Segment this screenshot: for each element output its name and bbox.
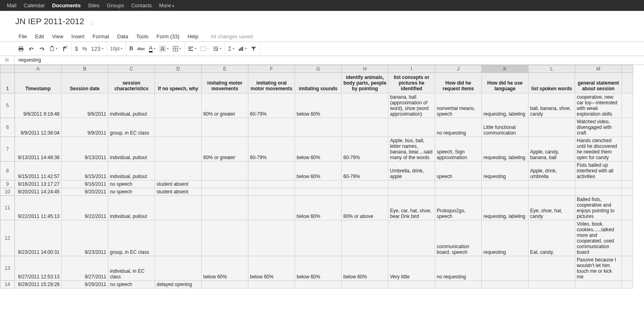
cell[interactable]: below 60% — [295, 137, 342, 161]
column-header[interactable]: K — [482, 65, 528, 73]
cell[interactable] — [388, 188, 435, 195]
cell[interactable] — [155, 93, 202, 118]
cell[interactable]: no speech — [108, 188, 155, 195]
cell[interactable] — [435, 180, 482, 188]
cell[interactable] — [528, 180, 575, 188]
cell[interactable]: individual, pullout — [108, 161, 155, 180]
cell[interactable] — [202, 195, 248, 220]
cell[interactable] — [295, 118, 342, 137]
cell[interactable]: 60-79% — [342, 161, 388, 180]
cell[interactable] — [342, 118, 388, 137]
column-header[interactable]: A — [15, 65, 62, 73]
cell[interactable] — [342, 93, 388, 118]
cell[interactable]: Umbrella, drink, apple — [388, 161, 435, 180]
column-header[interactable]: H — [342, 65, 388, 73]
topnav-calendar[interactable]: Calendar — [20, 2, 49, 8]
row-header[interactable]: 5 — [0, 93, 15, 118]
cell[interactable]: 9/27/2011 — [62, 256, 108, 280]
column-header[interactable]: G — [295, 65, 342, 73]
topnav-groups[interactable]: Groups — [103, 2, 128, 8]
cell[interactable] — [575, 188, 622, 195]
cell[interactable]: Apple, drink, umbrella — [528, 161, 575, 180]
row-header[interactable]: 13 — [0, 256, 15, 280]
cell[interactable] — [248, 161, 295, 180]
cell[interactable]: below 60% — [295, 93, 342, 118]
column-header[interactable]: C — [108, 65, 155, 73]
cell[interactable] — [528, 256, 575, 280]
cell[interactable]: group, in EC class — [108, 118, 155, 137]
cell[interactable]: 9/6/2011 9:19:48 — [15, 93, 62, 118]
cell[interactable] — [295, 220, 342, 256]
cell[interactable]: 9/27/2011 12:53:13 — [15, 256, 62, 280]
cell[interactable] — [155, 195, 202, 220]
cell[interactable]: requesting — [482, 220, 528, 256]
row-header[interactable]: 7 — [0, 137, 15, 161]
cell[interactable]: 9/9/2011 — [62, 118, 108, 137]
percent-button[interactable]: % — [82, 46, 87, 52]
cell[interactable]: below 60% — [342, 256, 388, 280]
cell[interactable]: 9/23/2011 — [62, 220, 108, 256]
cell[interactable]: 9/23/2011 14:00:31 — [15, 220, 62, 256]
cell[interactable]: student absent — [155, 188, 202, 195]
cell[interactable] — [342, 188, 388, 195]
cell[interactable] — [342, 180, 388, 188]
cell[interactable] — [622, 137, 633, 161]
menu-data[interactable]: Data — [113, 31, 132, 41]
cell[interactable] — [248, 220, 295, 256]
cell[interactable] — [248, 188, 295, 195]
cell[interactable] — [388, 280, 435, 288]
cell[interactable]: below 60% — [202, 256, 248, 280]
cell[interactable] — [388, 220, 435, 256]
cell[interactable]: requesting — [482, 161, 528, 180]
cell[interactable] — [622, 93, 633, 118]
cell[interactable]: 60-79% — [248, 137, 295, 161]
bold-button[interactable]: B — [129, 45, 133, 52]
cell[interactable]: requesting, labeling — [482, 195, 528, 220]
cell[interactable]: Apple, bus, ball, letter names, banana, … — [388, 137, 435, 161]
merge-button[interactable] — [200, 46, 209, 51]
table-header-cell[interactable]: general statement about session — [575, 73, 622, 93]
cell[interactable]: individual, pullout — [108, 93, 155, 118]
topnav-more[interactable]: More — [155, 2, 178, 8]
cell[interactable]: 80% or greater — [202, 93, 248, 118]
cell[interactable]: ball, banana, shoe, candy — [528, 93, 575, 118]
strikethrough-button[interactable]: Abc — [137, 46, 145, 51]
topnav-sites[interactable]: Sites — [84, 2, 103, 8]
star-icon[interactable]: ☆ — [89, 19, 95, 27]
cell[interactable] — [622, 188, 633, 195]
formula-input[interactable]: requesting — [14, 57, 45, 63]
cell[interactable]: 9/15/2011 — [62, 161, 108, 180]
cell[interactable] — [482, 256, 528, 280]
cell[interactable]: no speech — [108, 280, 155, 288]
cell[interactable] — [622, 220, 633, 256]
undo-icon[interactable] — [28, 46, 35, 52]
menu-tools[interactable]: Tools — [132, 31, 152, 41]
table-header-cell[interactable]: identify animals, body parts, people by … — [342, 73, 388, 93]
cell[interactable]: Balled fists, cooperative and enjoys poi… — [575, 195, 622, 220]
cell[interactable] — [528, 118, 575, 137]
cell[interactable] — [528, 280, 575, 288]
document-title[interactable]: JN IEP 2011-2012 — [15, 17, 84, 26]
cell[interactable] — [155, 118, 202, 137]
cell[interactable] — [202, 180, 248, 188]
row-header[interactable]: 11 — [0, 195, 15, 220]
table-header-cell[interactable]: How did he use language — [482, 73, 528, 93]
cell[interactable]: speech, Sign approximation — [435, 137, 482, 161]
row-header[interactable]: 9 — [0, 180, 15, 188]
cell[interactable]: 60-79% — [248, 93, 295, 118]
cell[interactable]: Fists balled up interfered with all acti… — [575, 161, 622, 180]
cell[interactable] — [248, 180, 295, 188]
currency-button[interactable]: $ — [75, 46, 78, 52]
cell[interactable] — [295, 280, 342, 288]
cell[interactable]: no speech — [108, 180, 155, 188]
cell[interactable] — [202, 220, 248, 256]
column-header[interactable]: L — [528, 65, 575, 73]
cell[interactable]: 80% or greater — [202, 137, 248, 161]
cell[interactable]: banana, ball (approximation of word), sh… — [388, 93, 435, 118]
cell[interactable]: 9/16/2011 — [62, 180, 108, 188]
menu-form[interactable]: Form (33) — [153, 31, 184, 41]
menu-help[interactable]: Help — [184, 31, 202, 41]
table-header-cell[interactable]: imitating oral motor movements — [248, 73, 295, 93]
cell[interactable] — [202, 118, 248, 137]
cell[interactable]: individual, in EC class — [108, 256, 155, 280]
